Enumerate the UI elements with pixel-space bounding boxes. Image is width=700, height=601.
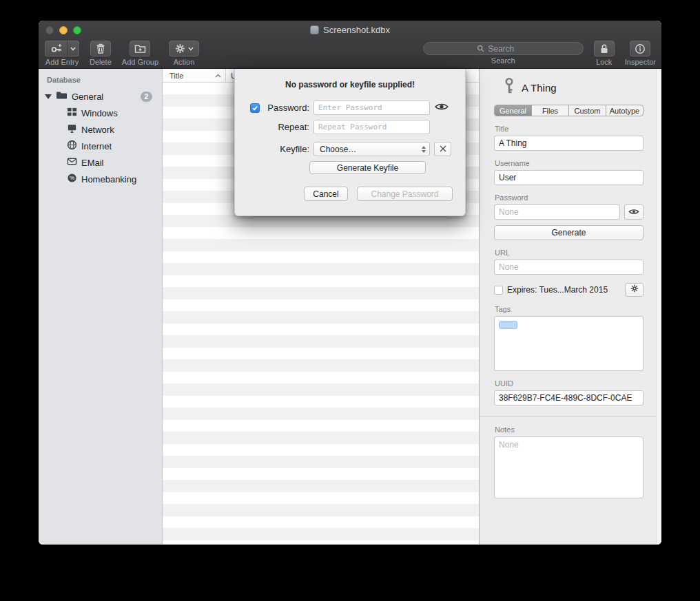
password-label: Password:: [264, 103, 309, 113]
delete-tool: Delete: [90, 41, 112, 66]
keyfile-popup[interactable]: Choose…: [313, 142, 430, 156]
reveal-password-button[interactable]: [434, 102, 457, 114]
tab-files[interactable]: Files: [531, 105, 568, 116]
inspector-label: Inspector: [625, 58, 656, 66]
tag-token[interactable]: [499, 321, 517, 329]
password-row: Password:: [235, 101, 465, 115]
add-group-tool: Add Group: [122, 41, 158, 66]
sidebar-item-label: EMail: [81, 158, 104, 168]
lock-button[interactable]: [594, 41, 615, 56]
sidebar-item-email[interactable]: EMail: [39, 154, 162, 171]
tags-field[interactable]: [494, 316, 644, 371]
app-window: Screenshot.kdbx: [39, 21, 661, 545]
email-envelope-icon: [67, 156, 77, 169]
stepper-icon: [422, 146, 426, 153]
folder-plus-icon: [134, 43, 146, 54]
sidebar-item-windows[interactable]: Windows: [39, 105, 162, 121]
add-entry-label: Add Entry: [45, 58, 79, 66]
add-group-button[interactable]: [130, 41, 150, 56]
uuid-label: UUID: [495, 379, 644, 388]
sidebar-item-internet[interactable]: Internet: [39, 138, 162, 154]
inspector-scrollbar[interactable]: [656, 69, 661, 545]
close-x-icon: [439, 143, 447, 156]
url-label: URL: [495, 249, 644, 257]
username-field[interactable]: [494, 170, 644, 185]
sidebar-item-network[interactable]: Network: [39, 121, 162, 138]
notes-field[interactable]: [494, 436, 644, 498]
lock-tool: Lock: [594, 41, 615, 66]
tab-autotype[interactable]: Autotype: [606, 105, 643, 116]
gear-icon: [174, 43, 186, 54]
column-header-title[interactable]: Title: [163, 69, 226, 82]
username-label: Username: [495, 159, 644, 167]
keyfile-row: Keyfile: Choose…: [235, 142, 465, 156]
window-title: Screenshot.kdbx: [323, 25, 390, 35]
uuid-field[interactable]: [494, 390, 644, 405]
eye-icon: [628, 206, 639, 218]
homebanking-coin-icon: %: [67, 173, 77, 186]
inspector-tool: Inspector: [625, 41, 656, 66]
delete-label: Delete: [90, 58, 112, 66]
tab-general[interactable]: General: [495, 105, 531, 116]
search-label: Search: [491, 56, 515, 65]
add-entry-tool: Add Entry: [45, 41, 79, 66]
lock-icon: [599, 43, 609, 54]
action-label: Action: [174, 58, 195, 66]
generate-password-button[interactable]: Generate: [494, 225, 644, 240]
disclosure-triangle-icon[interactable]: [45, 94, 52, 99]
folder-icon: [56, 90, 68, 103]
tags-label: Tags: [495, 305, 644, 313]
entry-count-badge: 2: [141, 92, 152, 102]
trash-icon: [95, 43, 106, 54]
action-button[interactable]: [169, 41, 199, 56]
delete-button[interactable]: [90, 41, 111, 56]
password-field[interactable]: [494, 204, 620, 220]
info-icon: [635, 43, 646, 54]
add-entry-button[interactable]: [45, 41, 68, 56]
sidebar-item-label: Windows: [81, 108, 118, 118]
url-field[interactable]: [494, 260, 644, 275]
sidebar-item-label: General: [72, 92, 103, 102]
title-field[interactable]: [494, 136, 644, 151]
sidebar-item-label: Network: [81, 125, 114, 135]
sidebar-item-homebanking[interactable]: % Homebanking: [39, 171, 162, 187]
sidebar-header: Database: [47, 76, 162, 84]
keyfile-popup-value: Choose…: [320, 145, 356, 154]
zoom-button[interactable]: [73, 26, 81, 34]
search-icon: [477, 43, 484, 55]
eye-icon: [434, 102, 449, 114]
generate-keyfile-button[interactable]: Generate Keyfile: [309, 161, 426, 174]
change-password-button[interactable]: Change Password: [357, 187, 453, 201]
password-checkbox[interactable]: [250, 103, 260, 113]
reveal-password-button[interactable]: [624, 204, 644, 220]
notes-label: Notes: [495, 425, 644, 434]
inspector-header: A Thing: [502, 78, 644, 96]
titlebar[interactable]: Screenshot.kdbx: [39, 21, 661, 39]
add-entry-dropdown[interactable]: [68, 41, 79, 56]
svg-text:%: %: [70, 175, 74, 181]
add-group-label: Add Group: [122, 58, 158, 66]
minimize-button[interactable]: [59, 26, 68, 34]
entry-title: A Thing: [522, 82, 557, 94]
chevron-down-icon: [70, 47, 76, 51]
internet-globe-icon: [67, 140, 77, 153]
sidebar-item-label: Internet: [81, 141, 112, 151]
title-label: Title: [495, 125, 644, 133]
repeat-password-input[interactable]: [313, 120, 430, 134]
close-button[interactable]: [45, 26, 54, 34]
action-tool: Action: [169, 41, 199, 66]
sort-ascending-icon: [215, 74, 221, 78]
enter-password-input[interactable]: [313, 101, 430, 115]
inspector-button[interactable]: [630, 41, 650, 56]
inspector-panel: A Thing General Files Custom Autotype Ti…: [479, 69, 661, 545]
clear-keyfile-button[interactable]: [434, 142, 451, 156]
sheet-message: No password or keyfile supplied!: [235, 80, 465, 89]
tab-custom[interactable]: Custom: [568, 105, 606, 116]
cancel-button[interactable]: Cancel: [304, 187, 348, 201]
search-field[interactable]: [423, 42, 584, 55]
sidebar-item-general[interactable]: General 2: [39, 88, 162, 105]
expires-checkbox[interactable]: [494, 286, 503, 295]
expires-options-button[interactable]: [625, 283, 644, 297]
repeat-label: Repeat:: [264, 122, 309, 132]
search-input[interactable]: [488, 44, 529, 54]
